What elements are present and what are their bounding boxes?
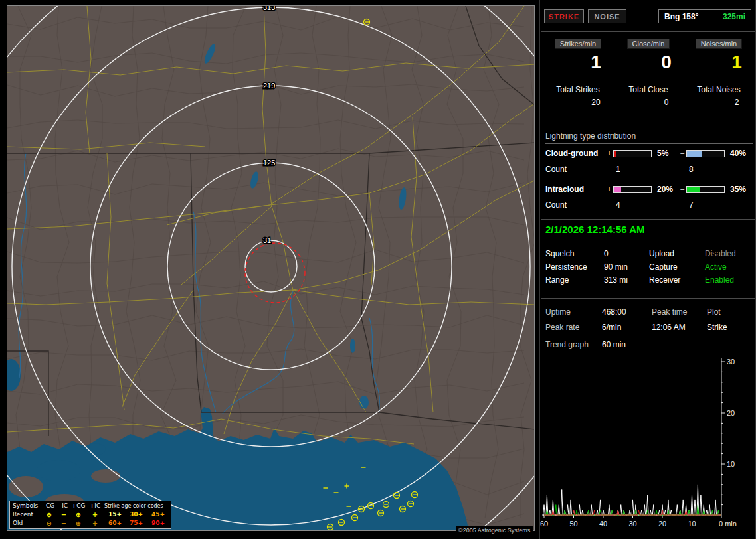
trend-graph-label: Trend graph [545, 340, 602, 349]
total-strikes-value: 20 [581, 98, 611, 107]
cg-positive-bar-fill [614, 151, 616, 157]
uptime-value: 468:00 [602, 307, 652, 317]
legend-type-cg-neg: -CG [42, 502, 56, 510]
svg-text:60: 60 [540, 520, 548, 528]
lightning-tracker-window: 31125219313 Symbols -CG -IC +CG +IC Stri… [0, 0, 756, 539]
count-label: Count [545, 200, 567, 210]
peak-time-label: Peak time [652, 307, 707, 317]
intracloud-count-row: Count 4 7 [545, 200, 753, 210]
total-noises-label: Total Noises [684, 85, 754, 94]
plus-sign: + [605, 185, 613, 194]
intracloud-label: Intracloud [545, 185, 605, 194]
ic-positive-count: 4 [616, 200, 620, 210]
receiver-value: Enabled [705, 275, 754, 285]
ic-positive-pct: 20% [654, 185, 678, 194]
separator [541, 298, 755, 299]
close-per-min-header: Close/min [627, 38, 670, 49]
map-view[interactable]: 31125219313 Symbols -CG -IC +CG +IC Stri… [7, 5, 535, 531]
ic-negative-pct: 35% [727, 185, 753, 194]
cg-negative-count: 8 [689, 165, 694, 174]
svg-text:313: 313 [263, 6, 275, 11]
status-panel: STRIKE NOISE Bng 158° 325mi Strikes/min … [539, 0, 756, 539]
squelch-label: Squelch [545, 249, 604, 258]
bearing-range-value: 325mi [723, 12, 745, 21]
legend-age-header: Strike age color codes [104, 502, 169, 510]
age-15: 15+ [104, 510, 126, 519]
rate-counters: Strikes/min 1 Total Strikes 20 Close/min… [543, 38, 754, 113]
settings-row: Squelch 0 Upload Disabled [545, 247, 754, 260]
trend-graph-span-value: 60 min [602, 340, 662, 349]
upload-value: Disabled [705, 249, 754, 258]
ic-minus-icon: − [56, 510, 71, 519]
settings-section: Squelch 0 Upload Disabled Persistence 90… [545, 247, 754, 287]
settings-row: Persistence 90 min Capture Active [545, 260, 754, 273]
strikes-per-min-header: Strikes/min [555, 38, 601, 49]
strikes-per-min-value: 1 [581, 52, 611, 73]
legend-type-ic-pos: +IC [86, 502, 104, 510]
cloud-ground-label: Cloud-ground [545, 149, 605, 158]
age-90: 90+ [147, 519, 169, 528]
upload-label: Upload [649, 249, 705, 258]
cg-minus-icon: ⊖ [42, 510, 56, 519]
noises-per-min-header: Noises/min [696, 38, 742, 49]
trend-graph: 1020306050403020100 min [540, 355, 756, 539]
strike-button[interactable]: STRIKE [544, 9, 584, 23]
status-section: Uptime 468:00 Peak time Plot Peak rate 6… [545, 304, 754, 335]
peak-time-value: 12:06 AM [652, 323, 707, 332]
status-row: Peak rate 6/min 12:06 AM Strike [545, 319, 754, 335]
uptime-label: Uptime [545, 307, 602, 317]
capture-value: Active [705, 262, 754, 271]
lake [359, 396, 369, 409]
cg-plus-icon: ⊕ [71, 510, 86, 519]
noises-per-min-value: 1 [722, 52, 751, 73]
noise-button[interactable]: NOISE [588, 9, 626, 23]
svg-text:10: 10 [688, 520, 696, 528]
intracloud-row: Intracloud + 20% − 35% [545, 185, 753, 194]
marsh-patch [9, 476, 43, 497]
distribution-title: Lightning type distribution [545, 131, 753, 144]
strike-legend: Symbols -CG -IC +CG +IC Strike age color… [9, 501, 171, 529]
ic-negative-bar-fill [687, 187, 700, 193]
marsh-patch [91, 469, 120, 483]
total-strikes-label: Total Strikes [543, 85, 613, 94]
svg-text:20: 20 [727, 409, 735, 417]
legend-symbols-header: Symbols [13, 502, 42, 510]
svg-text:40: 40 [599, 520, 607, 528]
minus-sign: − [678, 185, 686, 194]
cg-positive-pct: 5% [654, 149, 678, 158]
age-60: 60+ [104, 519, 126, 528]
cg-minus-icon: ⊖ [42, 519, 56, 528]
ic-negative-count: 7 [689, 200, 694, 210]
cloud-ground-count-row: Count 1 8 [545, 165, 753, 174]
range-label: Range [545, 275, 604, 285]
copyright-text: ©2005 Astrogenic Systems [456, 526, 533, 534]
legend-old-label: Old [13, 519, 42, 528]
svg-text:219: 219 [263, 82, 275, 90]
legend-recent-label: Recent [13, 510, 42, 519]
legend-type-cg-pos: +CG [71, 502, 86, 510]
trend-graph-header: Trend graph 60 min [545, 340, 678, 349]
svg-text:125: 125 [263, 159, 275, 167]
total-close-value: 0 [652, 98, 681, 107]
svg-text:30: 30 [628, 520, 636, 528]
range-value: 313 mi [604, 275, 649, 285]
plot-value: Strike [707, 323, 754, 332]
map-canvas: 31125219313 [7, 6, 535, 531]
svg-text:20: 20 [658, 520, 666, 528]
svg-text:50: 50 [569, 520, 577, 528]
cg-positive-count: 1 [616, 165, 620, 174]
age-75: 75+ [126, 519, 147, 528]
ic-positive-bar-fill [614, 187, 621, 193]
ic-plus-icon: + [86, 519, 104, 528]
ic-negative-bar [686, 186, 725, 193]
svg-text:30: 30 [727, 358, 735, 366]
svg-text:10: 10 [727, 460, 735, 468]
lake [350, 339, 355, 353]
peak-rate-value: 6/min [602, 323, 652, 332]
status-row: Uptime 468:00 Peak time Plot [545, 304, 754, 319]
cg-negative-bar-fill [687, 151, 702, 157]
separator [541, 240, 755, 240]
ic-minus-icon: − [56, 519, 71, 528]
bearing-label: Bng 158° [664, 12, 698, 21]
total-noises-value: 2 [722, 98, 751, 107]
